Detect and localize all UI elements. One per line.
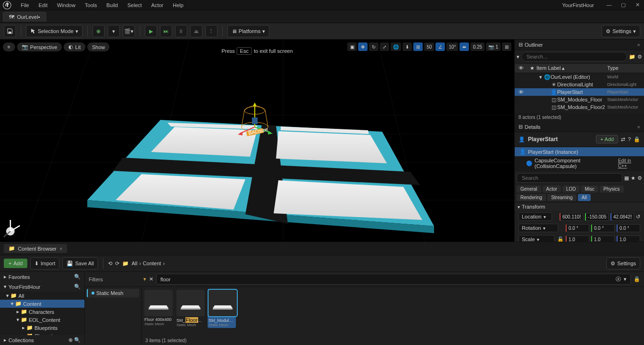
- source-folder[interactable]: ▾📁Content: [0, 300, 84, 308]
- viewport-layout-button[interactable]: ⊞: [502, 42, 511, 51]
- cinematics-button[interactable]: 🎬▾: [123, 25, 135, 37]
- rotation-x-input[interactable]: [566, 224, 589, 232]
- add-component-button[interactable]: + Add: [596, 135, 618, 143]
- outliner-add-folder-button[interactable]: 📁: [629, 54, 636, 60]
- menu-build[interactable]: Build: [102, 0, 123, 10]
- menu-actor[interactable]: Actor: [147, 0, 168, 10]
- menu-window[interactable]: Window: [52, 0, 80, 10]
- cb-import-button[interactable]: ⬇Import: [30, 257, 59, 269]
- platforms-button[interactable]: 🖥 Platforms ▾: [227, 25, 269, 37]
- level-tab[interactable]: 🗺 OurLevel•: [3, 12, 46, 22]
- menu-file[interactable]: File: [16, 0, 34, 10]
- filter-button[interactable]: ▾: [517, 54, 519, 60]
- rotation-y-input[interactable]: [591, 224, 615, 232]
- grid-snap-button[interactable]: ⊞: [413, 42, 423, 51]
- play-button[interactable]: ▶: [145, 25, 157, 37]
- details-settings-button[interactable]: ⚙: [637, 175, 642, 181]
- outliner-close-button[interactable]: ×: [637, 42, 640, 48]
- chip-physics[interactable]: Physics: [600, 185, 623, 193]
- edit-cpp-link[interactable]: Edit in C++: [618, 158, 639, 168]
- close-button[interactable]: ✕: [633, 2, 642, 8]
- scale-snap-button[interactable]: ⬌: [460, 42, 469, 51]
- scale-x-input[interactable]: [566, 236, 589, 242]
- pause-button[interactable]: ⏸: [175, 25, 187, 37]
- component-root[interactable]: 👤PlayerStart (Instance): [515, 147, 644, 156]
- favorites-section[interactable]: ▸ Favorites🔍: [0, 272, 84, 282]
- location-x-input[interactable]: [560, 213, 583, 221]
- location-y-input[interactable]: [585, 213, 609, 221]
- scale-dropdown[interactable]: Scale ▾: [519, 235, 554, 242]
- cb-back-button[interactable]: ⟲: [108, 261, 112, 267]
- source-folder[interactable]: ▸📁Blueprints: [0, 324, 84, 332]
- maximize-button[interactable]: ▢: [619, 2, 628, 8]
- cb-folder-button[interactable]: 📁: [122, 261, 129, 267]
- minimize-button[interactable]: —: [604, 2, 614, 8]
- lit-button[interactable]: ◐Lit: [64, 42, 85, 51]
- menu-select[interactable]: Select: [123, 0, 147, 10]
- outliner-row[interactable]: ◫SM_Modules_FloorStaticMeshActor: [515, 96, 644, 103]
- blueprints-button[interactable]: ▾: [108, 25, 120, 37]
- details-search-input[interactable]: [517, 173, 622, 183]
- browse-button[interactable]: ⇄: [621, 136, 625, 143]
- stop-button[interactable]: ⏏: [190, 25, 202, 37]
- scale-z-input[interactable]: [617, 236, 640, 242]
- collections-section[interactable]: ▸ Collections⊕ 🔍: [0, 335, 84, 345]
- outliner-row[interactable]: 👁👤PlayerStartPlayerStart: [515, 88, 644, 96]
- asset-item[interactable]: SM_FloorBaseStatic Mesh: [176, 290, 205, 327]
- source-folder[interactable]: ▾📁All: [0, 292, 84, 300]
- location-dropdown[interactable]: Location ▾: [519, 212, 552, 221]
- rotation-dropdown[interactable]: Rotation ▾: [519, 224, 558, 232]
- cb-search[interactable]: ⓧ ▾: [156, 274, 631, 285]
- add-content-button[interactable]: ⊕: [92, 25, 105, 37]
- selection-mode-button[interactable]: Selection Mode ▾: [26, 25, 83, 37]
- outliner-row[interactable]: ▾🌐OurLevel (Editor)World: [515, 73, 644, 81]
- chip-rendering[interactable]: Rendering: [517, 194, 546, 201]
- chip-general[interactable]: General: [517, 185, 541, 193]
- perspective-button[interactable]: 📷Perspective: [17, 42, 62, 51]
- settings-button[interactable]: ⚙ Settings ▾: [602, 25, 640, 37]
- save-button[interactable]: [4, 25, 16, 37]
- menu-tools[interactable]: Tools: [80, 0, 102, 10]
- outliner-row[interactable]: ◫SM_Modules_Floor2StaticMeshActor: [515, 103, 644, 111]
- outliner-column-header[interactable]: 👁★ Item Label ▴ Type: [515, 63, 644, 73]
- show-button[interactable]: Show: [87, 42, 110, 51]
- source-folder[interactable]: ▸📁Characters: [0, 308, 84, 316]
- cb-fwd-button[interactable]: ⟳: [115, 261, 119, 267]
- grid-snap-value[interactable]: 50: [424, 42, 434, 51]
- chip-lod[interactable]: LOD: [562, 185, 580, 193]
- clear-text-button[interactable]: ⓧ: [616, 276, 621, 283]
- play-options-button[interactable]: ⋮: [205, 25, 217, 37]
- menu-edit[interactable]: Edit: [34, 0, 52, 10]
- outliner-row[interactable]: ☀DirectionalLightDirectionalLight: [515, 81, 644, 88]
- details-close-button[interactable]: ×: [637, 124, 640, 130]
- camera-speed-button[interactable]: 📷1: [486, 42, 501, 51]
- breadcrumb[interactable]: All›Content›: [132, 261, 165, 266]
- play-skip-button[interactable]: ⏭: [160, 25, 172, 37]
- outliner-search-input[interactable]: [521, 52, 627, 61]
- details-view-button[interactable]: ▦: [624, 175, 629, 181]
- content-browser-tab[interactable]: 📁 Content Browser ×: [4, 244, 67, 253]
- scale-y-input[interactable]: [591, 236, 615, 242]
- component-capsule[interactable]: 🔵CapsuleComponent (CollisionCapsule)Edit…: [515, 156, 644, 170]
- filter-static-mesh[interactable]: Static Mesh: [87, 289, 139, 297]
- cb-saveall-button[interactable]: 💾Save All: [62, 257, 98, 269]
- world-local-button[interactable]: 🌐: [391, 42, 401, 51]
- lock-scale-button[interactable]: 🔓: [557, 236, 564, 242]
- filter-add-button[interactable]: ▾: [143, 276, 146, 282]
- cb-settings-button[interactable]: ⚙Settings: [606, 257, 640, 269]
- chip-streaming[interactable]: Streaming: [547, 194, 577, 201]
- close-tab-button[interactable]: ×: [59, 246, 62, 252]
- angle-snap-value[interactable]: 10°: [446, 42, 458, 51]
- details-fav-button[interactable]: ★: [631, 175, 636, 181]
- source-tree[interactable]: ▾📁All▾📁Content▸📁Characters▾📁EOL_Content▸…: [0, 292, 84, 335]
- viewport-options-button[interactable]: ≡: [3, 42, 15, 51]
- reset-location-button[interactable]: ↺: [636, 214, 640, 220]
- cb-lock-button[interactable]: 🔒: [634, 276, 640, 282]
- outliner-settings-button[interactable]: ⚙: [637, 54, 642, 60]
- surface-snap-button[interactable]: ⬇: [402, 42, 412, 51]
- source-folder[interactable]: ▾📁EOL_Content: [0, 316, 84, 324]
- asset-item[interactable]: Floor 400x400Static Mesh: [144, 290, 173, 327]
- cb-add-button[interactable]: +Add: [4, 259, 27, 268]
- angle-snap-button[interactable]: ∠: [435, 42, 445, 51]
- rotate-mode-button[interactable]: ↻: [369, 42, 378, 51]
